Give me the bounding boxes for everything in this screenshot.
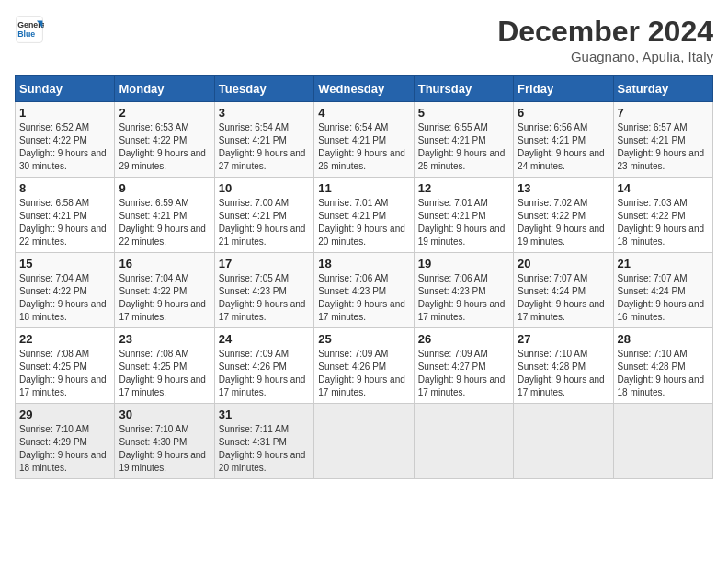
day-info: Sunrise: 7:01 AMSunset: 4:21 PMDaylight:…: [318, 197, 409, 248]
day-of-week-tuesday: Tuesday: [214, 76, 313, 102]
day-number: 5: [418, 106, 509, 120]
calendar-cell: [613, 404, 712, 479]
day-number: 14: [618, 181, 709, 195]
day-of-week-friday: Friday: [514, 76, 613, 102]
day-info: Sunrise: 6:58 AMSunset: 4:21 PMDaylight:…: [19, 197, 110, 248]
calendar-table: SundayMondayTuesdayWednesdayThursdayFrid…: [15, 75, 713, 479]
calendar-cell: 5Sunrise: 6:55 AMSunset: 4:21 PMDaylight…: [414, 102, 513, 178]
day-info: Sunrise: 7:00 AMSunset: 4:21 PMDaylight:…: [219, 197, 310, 248]
day-info: Sunrise: 7:10 AMSunset: 4:30 PMDaylight:…: [119, 423, 210, 475]
day-info: Sunrise: 7:09 AMSunset: 4:26 PMDaylight:…: [219, 348, 310, 399]
day-of-week-saturday: Saturday: [613, 76, 712, 102]
day-number: 10: [219, 181, 310, 195]
calendar-cell: 25Sunrise: 7:09 AMSunset: 4:26 PMDayligh…: [314, 328, 414, 404]
day-info: Sunrise: 7:07 AMSunset: 4:24 PMDaylight:…: [518, 272, 609, 324]
calendar-cell: 18Sunrise: 7:06 AMSunset: 4:23 PMDayligh…: [314, 253, 414, 328]
day-number: 20: [518, 257, 609, 270]
day-number: 15: [19, 257, 110, 270]
week-row-1: 1Sunrise: 6:52 AMSunset: 4:22 PMDaylight…: [16, 102, 713, 178]
day-info: Sunrise: 7:06 AMSunset: 4:23 PMDaylight:…: [318, 272, 409, 324]
day-number: 23: [119, 332, 210, 346]
week-row-3: 15Sunrise: 7:04 AMSunset: 4:22 PMDayligh…: [16, 253, 713, 328]
calendar-cell: 10Sunrise: 7:00 AMSunset: 4:21 PMDayligh…: [214, 178, 313, 253]
day-info: Sunrise: 7:05 AMSunset: 4:23 PMDaylight:…: [219, 272, 310, 324]
day-info: Sunrise: 7:11 AMSunset: 4:31 PMDaylight:…: [219, 423, 310, 475]
day-info: Sunrise: 6:57 AMSunset: 4:21 PMDaylight:…: [618, 121, 709, 173]
day-number: 29: [19, 408, 110, 421]
day-number: 18: [318, 257, 409, 270]
day-info: Sunrise: 7:08 AMSunset: 4:25 PMDaylight:…: [19, 348, 110, 399]
calendar-cell: [314, 404, 414, 479]
calendar-cell: 19Sunrise: 7:06 AMSunset: 4:23 PMDayligh…: [414, 253, 513, 328]
day-number: 21: [618, 257, 709, 270]
day-of-week-thursday: Thursday: [414, 76, 513, 102]
day-number: 4: [318, 106, 409, 120]
day-info: Sunrise: 7:02 AMSunset: 4:22 PMDaylight:…: [518, 197, 609, 248]
day-number: 30: [119, 408, 210, 421]
calendar-cell: 4Sunrise: 6:54 AMSunset: 4:21 PMDaylight…: [314, 102, 414, 178]
calendar-cell: 1Sunrise: 6:52 AMSunset: 4:22 PMDaylight…: [16, 102, 115, 178]
calendar-cell: 27Sunrise: 7:10 AMSunset: 4:28 PMDayligh…: [514, 328, 613, 404]
logo-icon: General Blue: [15, 15, 44, 44]
calendar-cell: 13Sunrise: 7:02 AMSunset: 4:22 PMDayligh…: [514, 178, 613, 253]
calendar-cell: 7Sunrise: 6:57 AMSunset: 4:21 PMDaylight…: [613, 102, 712, 178]
day-number: 3: [219, 106, 310, 120]
day-info: Sunrise: 7:06 AMSunset: 4:23 PMDaylight:…: [418, 272, 509, 324]
day-number: 19: [418, 257, 509, 270]
calendar-cell: [514, 404, 613, 479]
day-info: Sunrise: 6:54 AMSunset: 4:21 PMDaylight:…: [318, 121, 409, 173]
day-info: Sunrise: 6:52 AMSunset: 4:22 PMDaylight:…: [19, 121, 110, 173]
day-info: Sunrise: 6:55 AMSunset: 4:21 PMDaylight:…: [418, 121, 509, 173]
svg-text:Blue: Blue: [17, 29, 35, 39]
calendar-cell: 15Sunrise: 7:04 AMSunset: 4:22 PMDayligh…: [16, 253, 115, 328]
day-info: Sunrise: 7:10 AMSunset: 4:28 PMDaylight:…: [618, 348, 709, 399]
header: General Blue December 2024 Guagnano, Apu…: [15, 15, 713, 64]
day-number: 13: [518, 181, 609, 195]
day-info: Sunrise: 6:56 AMSunset: 4:21 PMDaylight:…: [518, 121, 609, 173]
day-info: Sunrise: 7:10 AMSunset: 4:28 PMDaylight:…: [518, 348, 609, 399]
calendar-cell: 23Sunrise: 7:08 AMSunset: 4:25 PMDayligh…: [115, 328, 214, 404]
day-number: 31: [219, 408, 310, 421]
calendar-cell: 22Sunrise: 7:08 AMSunset: 4:25 PMDayligh…: [16, 328, 115, 404]
calendar-cell: 8Sunrise: 6:58 AMSunset: 4:21 PMDaylight…: [16, 178, 115, 253]
day-number: 8: [19, 181, 110, 195]
day-info: Sunrise: 7:09 AMSunset: 4:27 PMDaylight:…: [418, 348, 509, 399]
day-number: 17: [219, 257, 310, 270]
calendar-cell: [414, 404, 513, 479]
day-info: Sunrise: 7:09 AMSunset: 4:26 PMDaylight:…: [318, 348, 409, 399]
calendar-cell: 21Sunrise: 7:07 AMSunset: 4:24 PMDayligh…: [613, 253, 712, 328]
calendar-cell: 30Sunrise: 7:10 AMSunset: 4:30 PMDayligh…: [115, 404, 214, 479]
day-of-week-wednesday: Wednesday: [314, 76, 414, 102]
day-number: 26: [418, 332, 509, 346]
day-info: Sunrise: 6:59 AMSunset: 4:21 PMDaylight:…: [119, 197, 210, 248]
logo: General Blue: [15, 15, 44, 44]
calendar-cell: 16Sunrise: 7:04 AMSunset: 4:22 PMDayligh…: [115, 253, 214, 328]
day-info: Sunrise: 7:08 AMSunset: 4:25 PMDaylight:…: [119, 348, 210, 399]
week-row-2: 8Sunrise: 6:58 AMSunset: 4:21 PMDaylight…: [16, 178, 713, 253]
week-row-5: 29Sunrise: 7:10 AMSunset: 4:29 PMDayligh…: [16, 404, 713, 479]
day-info: Sunrise: 7:07 AMSunset: 4:24 PMDaylight:…: [618, 272, 709, 324]
day-info: Sunrise: 7:04 AMSunset: 4:22 PMDaylight:…: [119, 272, 210, 324]
calendar-cell: 14Sunrise: 7:03 AMSunset: 4:22 PMDayligh…: [613, 178, 712, 253]
day-info: Sunrise: 7:10 AMSunset: 4:29 PMDaylight:…: [19, 423, 110, 475]
title-area: December 2024 Guagnano, Apulia, Italy: [497, 15, 713, 64]
calendar-cell: 28Sunrise: 7:10 AMSunset: 4:28 PMDayligh…: [613, 328, 712, 404]
calendar-cell: 9Sunrise: 6:59 AMSunset: 4:21 PMDaylight…: [115, 178, 214, 253]
day-info: Sunrise: 7:01 AMSunset: 4:21 PMDaylight:…: [418, 197, 509, 248]
calendar-cell: 20Sunrise: 7:07 AMSunset: 4:24 PMDayligh…: [514, 253, 613, 328]
calendar-cell: 26Sunrise: 7:09 AMSunset: 4:27 PMDayligh…: [414, 328, 513, 404]
calendar-cell: 29Sunrise: 7:10 AMSunset: 4:29 PMDayligh…: [16, 404, 115, 479]
day-number: 16: [119, 257, 210, 270]
calendar-cell: 12Sunrise: 7:01 AMSunset: 4:21 PMDayligh…: [414, 178, 513, 253]
day-number: 6: [518, 106, 609, 120]
day-number: 12: [418, 181, 509, 195]
day-number: 25: [318, 332, 409, 346]
day-info: Sunrise: 7:03 AMSunset: 4:22 PMDaylight:…: [618, 197, 709, 248]
day-number: 24: [219, 332, 310, 346]
week-row-4: 22Sunrise: 7:08 AMSunset: 4:25 PMDayligh…: [16, 328, 713, 404]
calendar-cell: 31Sunrise: 7:11 AMSunset: 4:31 PMDayligh…: [214, 404, 313, 479]
day-info: Sunrise: 7:04 AMSunset: 4:22 PMDaylight:…: [19, 272, 110, 324]
calendar-cell: 6Sunrise: 6:56 AMSunset: 4:21 PMDaylight…: [514, 102, 613, 178]
calendar-title: December 2024: [497, 15, 713, 49]
calendar-cell: 2Sunrise: 6:53 AMSunset: 4:22 PMDaylight…: [115, 102, 214, 178]
